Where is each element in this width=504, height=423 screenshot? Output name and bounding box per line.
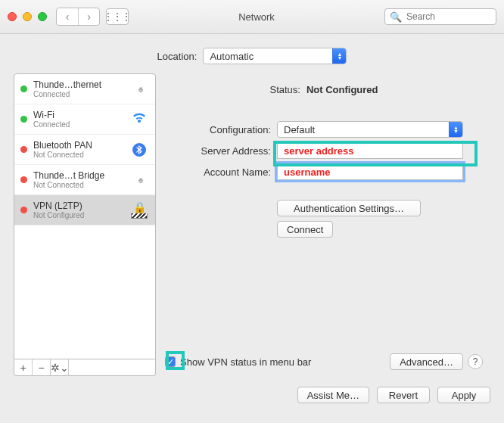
sidebar-item-label: VPN (L2TP) [33, 201, 123, 211]
sidebar-item-bluetooth-pan[interactable]: Bluetooth PAN Not Connected [14, 135, 155, 165]
location-select[interactable]: Automatic ▲▼ [203, 48, 347, 64]
interface-list: Thunde…thernet Connected ‹··› Wi-Fi Conn… [14, 73, 156, 359]
sidebar-item-sub: Connected [33, 90, 123, 98]
show-all-button[interactable]: ⋮⋮⋮ [106, 8, 129, 25]
chevron-left-icon: ‹ [66, 11, 70, 23]
sidebar-item-thunderbolt-ethernet[interactable]: Thunde…thernet Connected ‹··› [14, 74, 155, 104]
ethernet-icon: ‹··› [138, 173, 141, 187]
content: Thunde…thernet Connected ‹··› Wi-Fi Conn… [0, 73, 504, 376]
search-field[interactable]: 🔍 [384, 8, 496, 25]
window-title: Network [129, 11, 384, 23]
zoom-window-button[interactable] [38, 12, 47, 21]
connect-button[interactable]: Connect [277, 221, 333, 238]
sidebar-item-vpn[interactable]: VPN (L2TP) Not Configured 🔒 [14, 195, 155, 225]
sidebar-item-thunderbolt-bridge[interactable]: Thunde…t Bridge Not Connected ‹··› [14, 165, 155, 195]
wifi-icon [131, 112, 148, 126]
apply-button[interactable]: Apply [437, 387, 490, 403]
plus-icon: + [20, 362, 26, 374]
status-dot-icon [20, 116, 27, 123]
sidebar: Thunde…thernet Connected ‹··› Wi-Fi Conn… [14, 73, 156, 376]
vpn-lock-icon: 🔒 [132, 201, 147, 219]
sidebar-item-label: Bluetooth PAN [33, 140, 123, 151]
location-label: Location: [157, 51, 198, 62]
status-value: Not Configured [306, 84, 378, 95]
advanced-button[interactable]: Advanced… [390, 353, 463, 370]
location-select-value: Automatic [210, 51, 254, 62]
add-interface-button[interactable]: + [14, 359, 33, 375]
status-label: Status: [269, 84, 300, 95]
account-name-field[interactable] [277, 163, 463, 180]
status-dot-icon [20, 207, 27, 213]
configuration-select[interactable]: Default ▲▼ [277, 121, 463, 138]
account-name-input[interactable] [282, 164, 458, 179]
sidebar-item-label: Wi-Fi [33, 110, 123, 120]
account-name-label: Account Name: [165, 166, 271, 178]
sidebar-item-sub: Not Configured [33, 211, 123, 219]
chevron-right-icon: › [87, 11, 91, 23]
search-icon: 🔍 [390, 11, 402, 23]
minus-icon: − [38, 362, 44, 374]
sidebar-item-sub: Not Connected [33, 181, 123, 189]
help-button[interactable]: ? [468, 354, 483, 369]
assist-me-button[interactable]: Assist Me… [297, 387, 369, 403]
configuration-select-value: Default [284, 124, 315, 135]
configuration-label: Configuration: [165, 124, 271, 135]
ethernet-icon: ‹··› [138, 82, 141, 96]
show-vpn-status-checkbox[interactable]: ✓ [165, 356, 176, 367]
dialog-buttons: Assist Me… Revert Apply [0, 376, 504, 403]
status-dot-icon [20, 146, 27, 153]
minimize-window-button[interactable] [23, 12, 32, 21]
toolbar: ‹ › ⋮⋮⋮ Network 🔍 [0, 0, 504, 34]
remove-interface-button[interactable]: − [33, 359, 51, 375]
server-address-input[interactable] [282, 143, 458, 158]
close-window-button[interactable] [8, 12, 17, 21]
bluetooth-icon [132, 143, 146, 157]
show-vpn-status-label: Show VPN status in menu bar [180, 356, 311, 368]
location-row: Location: Automatic ▲▼ [0, 34, 504, 73]
sidebar-item-sub: Not Connected [33, 151, 123, 159]
sidebar-item-wifi[interactable]: Wi-Fi Connected [14, 104, 155, 135]
status-dot-icon [20, 86, 27, 92]
detail-panel: Status: Not Configured Configuration: De… [165, 73, 490, 376]
server-address-field[interactable] [277, 142, 463, 159]
server-address-label: Server Address: [165, 145, 271, 157]
nav-buttons: ‹ › [56, 8, 100, 26]
updown-icon: ▲▼ [449, 122, 462, 137]
sidebar-item-sub: Connected [33, 120, 123, 129]
window-controls [8, 12, 47, 21]
revert-button[interactable]: Revert [377, 387, 430, 403]
action-menu-button[interactable]: ✲⌄ [51, 359, 69, 375]
gear-icon: ✲⌄ [51, 362, 69, 374]
search-input[interactable] [405, 11, 491, 23]
sidebar-item-label: Thunde…t Bridge [33, 170, 123, 181]
question-icon: ? [473, 356, 478, 367]
forward-button[interactable]: › [78, 8, 99, 25]
back-button[interactable]: ‹ [57, 8, 78, 25]
sidebar-footer: + − ✲⌄ [14, 359, 156, 376]
updown-icon: ▲▼ [332, 48, 346, 64]
status-dot-icon [20, 176, 27, 183]
authentication-settings-button[interactable]: Authentication Settings… [277, 200, 421, 216]
grid-icon: ⋮⋮⋮ [104, 11, 131, 22]
sidebar-item-label: Thunde…thernet [33, 79, 123, 90]
